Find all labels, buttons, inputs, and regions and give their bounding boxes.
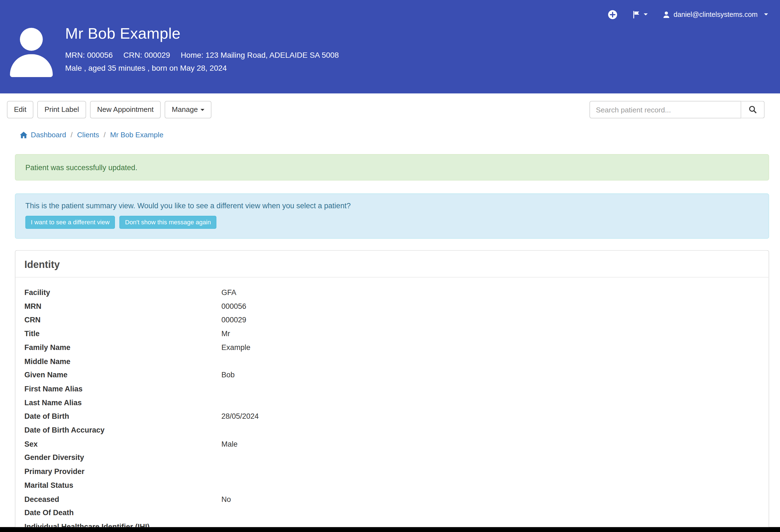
edit-button[interactable]: Edit (7, 101, 33, 118)
top-navbar: daniel@clintelsystems.com (0, 0, 780, 20)
identity-row: DeceasedNo (24, 492, 760, 506)
plus-circle-icon (608, 10, 617, 19)
identity-row-value (221, 506, 760, 520)
flags-menu-button[interactable] (632, 10, 648, 19)
identity-row: Family NameExample (24, 340, 760, 355)
success-alert-text: Patient was successfully updated. (26, 163, 137, 172)
identity-row: TitleMr (24, 327, 760, 340)
identity-row-label: MRN (24, 299, 221, 313)
identity-row-value (221, 520, 760, 527)
identity-row: Date of Birth28/05/2024 (24, 409, 760, 423)
identity-row-label: Sex (24, 437, 221, 451)
new-appointment-button[interactable]: New Appointment (90, 101, 160, 118)
patient-avatar (10, 28, 53, 77)
patient-search-group (589, 101, 765, 118)
home-icon (20, 131, 28, 139)
breadcrumb-clients-link[interactable]: Clients (77, 131, 99, 139)
patient-demographics: Male , aged 35 minutes , born on May 28,… (65, 63, 227, 72)
screenshot-bottom-bar (0, 527, 780, 532)
manage-dropdown-button[interactable]: Manage (165, 101, 211, 118)
patient-demographics-line: Male , aged 35 minutes , born on May 28,… (65, 62, 339, 74)
identity-row-label: CRN (24, 313, 221, 327)
print-label-button[interactable]: Print Label (38, 101, 86, 118)
identity-row: Gender Diversity (24, 451, 760, 465)
identity-row-label: First Name Alias (24, 382, 221, 396)
identity-card-header: Identity (15, 251, 769, 277)
identity-row: Individual Healthcare Identifier (IHI) (24, 520, 760, 527)
patient-identifiers-line: MRN: 000056 CRN: 000029 Home: 123 Mailin… (65, 49, 339, 62)
identity-row-value (221, 478, 760, 492)
identity-row-value: Male (221, 437, 760, 451)
info-alert-text: This is the patient summary view. Would … (26, 201, 759, 210)
identity-row-label: Given Name (24, 368, 221, 382)
identity-row-value: Example (221, 340, 760, 355)
identity-row-label: Middle Name (24, 355, 221, 368)
identity-row-value (221, 451, 760, 465)
identity-row: First Name Alias (24, 382, 760, 396)
identity-row: SexMale (24, 437, 760, 451)
patient-header: daniel@clintelsystems.com Mr Bob Example… (0, 0, 780, 93)
identity-card-title: Identity (24, 259, 760, 270)
identity-row-label: Family Name (24, 340, 221, 355)
dont-show-again-button[interactable]: Don't show this message again (119, 216, 216, 229)
identity-row-value (221, 382, 760, 396)
identity-row-value (221, 423, 760, 437)
identity-row-value (221, 395, 760, 409)
identity-row-label: Deceased (24, 492, 221, 506)
patient-name-title: Mr Bob Example (65, 25, 339, 43)
identity-row-label: Date of Birth Accuracy (24, 423, 221, 437)
identity-row-label: Date Of Death (24, 506, 221, 520)
identity-rows: FacilityGFAMRN000056CRN000029TitleMrFami… (15, 278, 769, 527)
patient-summary-header: Mr Bob Example MRN: 000056 CRN: 000029 H… (0, 20, 780, 77)
breadcrumb-dashboard-link[interactable]: Dashboard (31, 131, 66, 139)
identity-row: Given NameBob (24, 368, 760, 382)
identity-row: Date of Birth Accuracy (24, 423, 760, 437)
identity-card: Identity FacilityGFAMRN000056CRN000029Ti… (15, 250, 769, 527)
user-email: daniel@clintelsystems.com (674, 10, 758, 18)
search-icon (748, 106, 757, 114)
identity-row-label: Title (24, 327, 221, 340)
identity-row-value: Bob (221, 368, 760, 382)
breadcrumb-current-patient[interactable]: Mr Bob Example (110, 131, 163, 139)
user-icon (663, 11, 670, 18)
identity-row-value: 28/05/2024 (221, 409, 760, 423)
identity-row-label: Primary Provider (24, 465, 221, 478)
chevron-down-icon (200, 109, 204, 111)
patient-header-text: Mr Bob Example MRN: 000056 CRN: 000029 H… (65, 25, 339, 77)
identity-row-value: Mr (221, 327, 760, 340)
breadcrumb: Dashboard / Clients / Mr Bob Example (0, 124, 780, 139)
action-toolbar: Edit Print Label New Appointment Manage (0, 93, 780, 124)
manage-label: Manage (172, 106, 198, 113)
add-button[interactable] (608, 10, 617, 19)
identity-row-label: Gender Diversity (24, 451, 221, 465)
identity-row: Date Of Death (24, 506, 760, 520)
identity-row: Marital Status (24, 478, 760, 492)
identity-row-value (221, 355, 760, 368)
identity-row-label: Date of Birth (24, 409, 221, 423)
identity-row: Last Name Alias (24, 395, 760, 409)
patient-mrn: MRN: 000056 (65, 51, 113, 59)
identity-row: Middle Name (24, 355, 760, 368)
breadcrumb-separator: / (71, 131, 73, 139)
identity-row: FacilityGFA (24, 285, 760, 299)
search-button[interactable] (741, 101, 765, 118)
breadcrumb-separator: / (104, 131, 105, 139)
avatar-head-shape (20, 28, 43, 51)
flag-icon (632, 10, 641, 19)
identity-row: Primary Provider (24, 465, 760, 478)
avatar-torso-shape (10, 54, 53, 77)
patient-crn: CRN: 000029 (123, 51, 170, 59)
main-content: Patient was successfully updated. This i… (0, 154, 780, 527)
different-view-button[interactable]: I want to see a different view (26, 216, 115, 229)
chevron-down-icon (644, 13, 648, 15)
identity-row: MRN000056 (24, 299, 760, 313)
summary-view-info-alert: This is the patient summary view. Would … (15, 193, 769, 238)
identity-row-label: Marital Status (24, 478, 221, 492)
page: daniel@clintelsystems.com Mr Bob Example… (0, 0, 780, 527)
user-menu-button[interactable]: daniel@clintelsystems.com (663, 10, 768, 18)
identity-row-label: Last Name Alias (24, 395, 221, 409)
viewport: daniel@clintelsystems.com Mr Bob Example… (0, 0, 780, 532)
identity-row-value: No (221, 492, 760, 506)
search-input[interactable] (589, 101, 741, 118)
identity-row-label: Individual Healthcare Identifier (IHI) (24, 520, 221, 527)
